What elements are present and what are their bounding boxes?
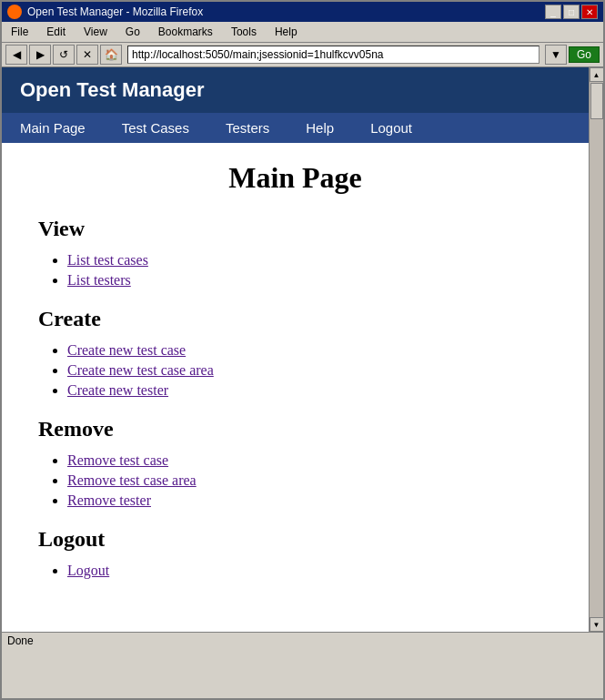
menu-go[interactable]: Go bbox=[120, 24, 146, 40]
browser-window: Open Test Manager - Mozilla Firefox _ □ … bbox=[0, 0, 605, 700]
list-item: Remove test case bbox=[67, 452, 552, 469]
link-list-test-cases[interactable]: List test cases bbox=[67, 252, 148, 268]
nav-main-page[interactable]: Main Page bbox=[2, 113, 104, 143]
home-button[interactable]: 🏠 bbox=[100, 45, 122, 65]
link-remove-tester[interactable]: Remove tester bbox=[67, 492, 151, 508]
create-link-list: Create new test case Create new test cas… bbox=[67, 342, 552, 399]
nav-testers[interactable]: Testers bbox=[207, 113, 287, 143]
scroll-down-button[interactable]: ▼ bbox=[590, 617, 604, 632]
list-item: Create new tester bbox=[67, 382, 552, 399]
scroll-thumb[interactable] bbox=[590, 83, 603, 119]
list-item: List testers bbox=[67, 272, 552, 289]
link-create-test-case-area[interactable]: Create new test case area bbox=[67, 362, 214, 378]
section-create: Create Create new test case Create new t… bbox=[38, 307, 552, 399]
title-bar: Open Test Manager - Mozilla Firefox _ □ … bbox=[2, 2, 603, 22]
logout-link-list: Logout bbox=[67, 563, 552, 579]
menu-view[interactable]: View bbox=[78, 24, 113, 40]
section-remove: Remove Remove test case Remove test case… bbox=[38, 417, 552, 509]
nav-logout[interactable]: Logout bbox=[352, 113, 430, 143]
link-remove-test-case-area[interactable]: Remove test case area bbox=[67, 472, 197, 488]
page-title: Main Page bbox=[38, 161, 552, 195]
section-remove-title: Remove bbox=[38, 417, 552, 441]
menu-bar: File Edit View Go Bookmarks Tools Help bbox=[2, 22, 603, 42]
menu-edit[interactable]: Edit bbox=[41, 24, 71, 40]
list-item: Remove test case area bbox=[67, 472, 552, 489]
menu-file[interactable]: File bbox=[5, 24, 34, 40]
back-button[interactable]: ◀ bbox=[5, 45, 27, 65]
list-item: Create new test case area bbox=[67, 362, 552, 379]
link-create-tester[interactable]: Create new tester bbox=[67, 382, 168, 398]
browser-icon bbox=[7, 5, 22, 19]
list-item: Create new test case bbox=[67, 342, 552, 359]
nav-bar: Main Page Test Cases Testers Help Logout bbox=[2, 113, 589, 143]
reload-button[interactable]: ↺ bbox=[53, 45, 75, 65]
nav-test-cases[interactable]: Test Cases bbox=[104, 113, 207, 143]
toolbar: ◀ ▶ ↺ ✕ 🏠 ▼ Go bbox=[2, 42, 603, 67]
address-bar bbox=[127, 46, 539, 64]
window-title: Open Test Manager - Mozilla Firefox bbox=[27, 5, 545, 18]
maximize-button[interactable]: □ bbox=[563, 5, 580, 19]
minimize-button[interactable]: _ bbox=[545, 5, 561, 19]
menu-help[interactable]: Help bbox=[269, 24, 303, 40]
view-link-list: List test cases List testers bbox=[67, 252, 552, 289]
nav-help[interactable]: Help bbox=[287, 113, 352, 143]
list-item: Remove tester bbox=[67, 492, 552, 509]
remove-link-list: Remove test case Remove test case area R… bbox=[67, 452, 552, 509]
page-content: Open Test Manager Main Page Test Cases T… bbox=[2, 67, 589, 632]
page-area: Open Test Manager Main Page Test Cases T… bbox=[2, 67, 589, 632]
content-wrapper: Open Test Manager Main Page Test Cases T… bbox=[2, 67, 603, 632]
link-logout[interactable]: Logout bbox=[67, 563, 109, 578]
list-item: List test cases bbox=[67, 252, 552, 269]
app-title: Open Test Manager bbox=[20, 78, 205, 101]
main-body: Main Page View List test cases List test… bbox=[2, 143, 589, 615]
app-header: Open Test Manager bbox=[2, 67, 589, 113]
scroll-track[interactable] bbox=[590, 82, 603, 617]
section-view-title: View bbox=[38, 217, 552, 241]
link-list-testers[interactable]: List testers bbox=[67, 272, 131, 288]
scrollbar: ▲ ▼ bbox=[589, 67, 603, 632]
menu-tools[interactable]: Tools bbox=[226, 24, 262, 40]
section-logout: Logout Logout bbox=[38, 527, 552, 579]
forward-button[interactable]: ▶ bbox=[29, 45, 51, 65]
section-view: View List test cases List testers bbox=[38, 217, 552, 289]
link-create-test-case[interactable]: Create new test case bbox=[67, 342, 186, 358]
section-logout-title: Logout bbox=[38, 527, 552, 552]
close-button[interactable]: ✕ bbox=[581, 5, 598, 19]
address-input[interactable] bbox=[132, 48, 535, 61]
link-remove-test-case[interactable]: Remove test case bbox=[67, 452, 168, 468]
list-item: Logout bbox=[67, 563, 552, 579]
section-create-title: Create bbox=[38, 307, 552, 331]
status-bar: Done bbox=[2, 632, 603, 649]
go-button[interactable]: Go bbox=[569, 46, 600, 63]
scroll-up-button[interactable]: ▲ bbox=[590, 67, 604, 82]
stop-button[interactable]: ✕ bbox=[76, 45, 98, 65]
window-controls: _ □ ✕ bbox=[545, 5, 598, 19]
status-text: Done bbox=[7, 634, 34, 647]
menu-bookmarks[interactable]: Bookmarks bbox=[153, 24, 218, 40]
dropdown-button[interactable]: ▼ bbox=[545, 45, 567, 65]
